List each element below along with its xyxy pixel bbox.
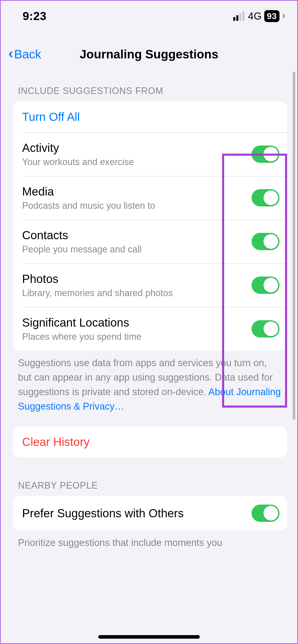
clear-history-card: Clear History xyxy=(13,426,287,457)
toggle-locations[interactable] xyxy=(252,320,279,337)
row-activity-subtitle: Your workouts and exercise xyxy=(22,157,252,167)
section-header-include: INCLUDE SUGGESTIONS FROM xyxy=(13,74,287,101)
toggle-contacts[interactable] xyxy=(252,233,279,250)
row-significant-locations: Significant Locations Places where you s… xyxy=(13,307,287,351)
signal-icon xyxy=(233,11,244,21)
network-label: 4G xyxy=(248,10,262,22)
back-label: Back xyxy=(14,47,41,61)
clear-history-label: Clear History xyxy=(22,435,90,449)
battery-icon: 93 xyxy=(264,10,279,22)
include-footer: Suggestions use data from apps and servi… xyxy=(13,351,287,414)
battery-tip-icon xyxy=(283,14,285,18)
row-locations-subtitle: Places where you spend time xyxy=(22,331,252,342)
row-media-title: Media xyxy=(22,185,252,198)
turn-off-all-button[interactable]: Turn Off All xyxy=(13,101,287,132)
turn-off-all-label: Turn Off All xyxy=(22,110,80,124)
page-title: Journaling Suggestions xyxy=(80,47,219,61)
content: INCLUDE SUGGESTIONS FROM Turn Off All Ac… xyxy=(1,74,297,643)
row-photos-subtitle: Library, memories and shared photos xyxy=(22,288,252,298)
clear-history-button[interactable]: Clear History xyxy=(13,426,287,457)
toggle-prefer-others[interactable] xyxy=(252,505,279,522)
section-header-nearby: NEARBY PEOPLE xyxy=(13,457,287,496)
toggle-activity[interactable] xyxy=(252,146,279,163)
scroll-indicator[interactable] xyxy=(293,72,296,420)
row-prefer-others: Prefer Suggestions with Others xyxy=(13,496,287,530)
nav-header: ‹ Back Journaling Suggestions xyxy=(1,41,297,67)
row-contacts-title: Contacts xyxy=(22,228,252,242)
toggle-media[interactable] xyxy=(252,189,279,206)
status-bar: 9:23 4G 93 xyxy=(1,1,297,31)
toggle-photos[interactable] xyxy=(252,277,279,294)
status-time: 9:23 xyxy=(23,9,46,23)
row-locations-title: Significant Locations xyxy=(22,316,252,329)
row-activity-title: Activity xyxy=(22,141,252,155)
row-prefer-others-title: Prefer Suggestions with Others xyxy=(22,506,252,520)
row-contacts-subtitle: People you message and call xyxy=(22,244,252,255)
home-indicator[interactable] xyxy=(98,635,200,639)
status-right: 4G 93 xyxy=(233,10,285,22)
row-activity: Activity Your workouts and exercise xyxy=(13,132,287,176)
include-card: Turn Off All Activity Your workouts and … xyxy=(13,101,287,351)
scroll-thumb xyxy=(293,72,295,420)
row-media-subtitle: Podcasts and music you listen to xyxy=(22,200,252,211)
row-photos-title: Photos xyxy=(22,272,252,286)
nearby-footer: Prioritize suggestions that include mome… xyxy=(13,530,287,550)
row-photos: Photos Library, memories and shared phot… xyxy=(13,263,287,307)
row-contacts: Contacts People you message and call xyxy=(13,220,287,263)
back-button[interactable]: ‹ Back xyxy=(8,47,41,61)
nearby-card: Prefer Suggestions with Others xyxy=(13,496,287,530)
row-media: Media Podcasts and music you listen to xyxy=(13,176,287,220)
chevron-left-icon: ‹ xyxy=(8,46,13,60)
